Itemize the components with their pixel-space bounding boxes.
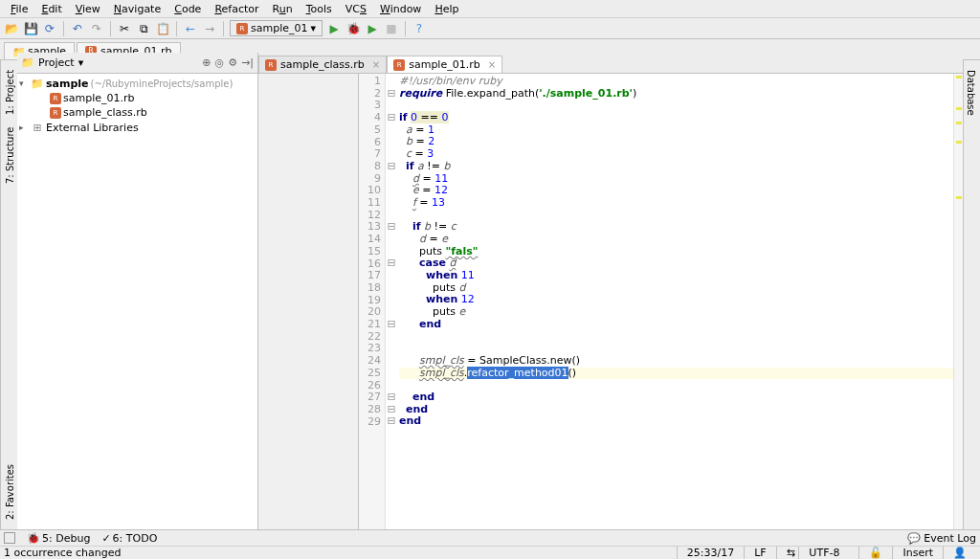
- warning-marker[interactable]: [956, 122, 962, 124]
- error-stripe[interactable]: [953, 74, 963, 529]
- save-icon[interactable]: 💾: [23, 21, 38, 36]
- warning-marker[interactable]: [956, 76, 962, 78]
- help-icon[interactable]: ?: [412, 21, 427, 36]
- code-editor[interactable]: #!/usr/bin/env rubyrequire File.expand_p…: [397, 74, 953, 529]
- tree-file-label: sample_01.rb: [63, 92, 135, 104]
- collapse-icon[interactable]: ⊕: [202, 56, 211, 69]
- fold-gutter[interactable]: ⊟⊟⊟⊟⊟⊟⊟⊟⊟: [386, 74, 397, 529]
- tool-event-log[interactable]: 💬 Event Log: [907, 532, 976, 545]
- separator: [110, 21, 111, 36]
- warning-marker[interactable]: [956, 107, 962, 110]
- coverage-icon[interactable]: ▶: [365, 21, 380, 36]
- tree-toggle-icon[interactable]: ▾: [19, 78, 29, 88]
- forward-icon[interactable]: →: [202, 21, 217, 36]
- warning-marker[interactable]: [956, 141, 962, 144]
- separator: [405, 21, 406, 36]
- editor-tab-sample-class[interactable]: R sample_class.rb ×: [258, 56, 387, 73]
- tree-ext-lib-label: External Libraries: [46, 122, 139, 134]
- menu-help[interactable]: Help: [428, 1, 465, 17]
- ruby-icon: R: [50, 93, 61, 104]
- project-header-label: Project: [38, 56, 75, 69]
- close-icon[interactable]: ×: [484, 59, 496, 70]
- undo-icon[interactable]: ↶: [70, 21, 85, 36]
- tree-toggle-icon[interactable]: ▸: [19, 123, 29, 132]
- project-tree: ▾ 📁 sample (~/RubymineProjects/sample) R…: [17, 74, 257, 137]
- tool-database[interactable]: Database: [964, 64, 980, 122]
- ruby-icon: R: [50, 107, 61, 119]
- line-gutter[interactable]: 1234567891011121314151617181920212223242…: [359, 74, 386, 529]
- right-tool-strip: Database: [963, 60, 980, 529]
- redo-icon[interactable]: ↷: [89, 21, 104, 36]
- hide-icon[interactable]: →|: [241, 56, 254, 69]
- chevron-down-icon: ▾: [311, 22, 317, 34]
- status-hector-icon[interactable]: 👤: [943, 547, 976, 559]
- bottom-tool-bar: 🐞 5: Debug ✓ 6: TODO 💬 Event Log: [0, 529, 980, 546]
- menu-view[interactable]: View: [69, 1, 107, 17]
- separator: [176, 21, 177, 36]
- editor-tabs: R sample_class.rb × R sample_01.rb ×: [258, 53, 963, 74]
- run-config-selector[interactable]: R sample_01 ▾: [230, 20, 323, 36]
- editor-inactive-pane: [258, 74, 359, 529]
- menu-vcs[interactable]: VCS: [339, 1, 373, 17]
- tree-root-name: sample: [46, 78, 89, 90]
- tree-file[interactable]: R sample_01.rb: [19, 91, 256, 105]
- left-tool-strip: 2: Favorites 7: Structure 1: Project: [0, 60, 17, 529]
- sync-icon[interactable]: ⟳: [42, 21, 57, 36]
- run-icon[interactable]: ▶: [326, 21, 342, 36]
- tree-root-path: (~/RubymineProjects/sample): [91, 78, 234, 89]
- debug-icon[interactable]: 🐞: [345, 21, 361, 36]
- editor-tab-sample-01[interactable]: R sample_01.rb ×: [387, 56, 502, 73]
- back-icon[interactable]: ←: [183, 21, 198, 36]
- menu-navigate[interactable]: Navigate: [107, 1, 167, 17]
- open-icon[interactable]: 📂: [4, 21, 19, 36]
- library-icon: ⊞: [31, 121, 44, 134]
- status-message: 1 occurrence changed: [4, 547, 121, 559]
- ruby-icon: R: [236, 23, 248, 34]
- project-header: 📁 Project ▾ ⊕ ◎ ⚙ →|: [17, 53, 257, 74]
- target-icon[interactable]: ◎: [215, 56, 225, 69]
- menu-edit[interactable]: Edit: [34, 1, 68, 17]
- ruby-icon: R: [265, 59, 277, 71]
- menu-file[interactable]: File: [4, 1, 34, 17]
- tree-file[interactable]: R sample_class.rb: [19, 105, 256, 120]
- chevron-down-icon[interactable]: ▾: [78, 56, 84, 69]
- menu-window[interactable]: Window: [373, 1, 428, 17]
- tree-file-label: sample_class.rb: [63, 106, 147, 119]
- editor-tab-label: sample_01.rb: [409, 58, 480, 71]
- copy-icon[interactable]: ⧉: [136, 21, 151, 36]
- stop-icon[interactable]: ■: [384, 21, 399, 36]
- menu-code[interactable]: Code: [167, 1, 208, 17]
- toolbar: 📂 💾 ⟳ ↶ ↷ ✂ ⧉ 📋 ← → R sample_01 ▾ ▶ 🐞 ▶ …: [0, 18, 980, 39]
- tool-project[interactable]: 1: Project: [1, 64, 17, 121]
- editor-tab-label: sample_class.rb: [280, 58, 365, 71]
- tool-structure[interactable]: 7: Structure: [1, 121, 17, 189]
- menubar: File Edit View Navigate Code Refactor Ru…: [0, 0, 980, 18]
- status-encoding[interactable]: ⇆ UTF-8: [776, 547, 859, 559]
- gear-icon[interactable]: ⚙: [228, 56, 237, 69]
- close-icon[interactable]: ×: [368, 59, 380, 70]
- folder-icon: 📁: [21, 56, 34, 69]
- cut-icon[interactable]: ✂: [117, 21, 132, 36]
- status-readonly-icon[interactable]: 🔓: [858, 547, 892, 559]
- tool-todo[interactable]: ✓ 6: TODO: [101, 532, 157, 545]
- status-line-sep[interactable]: LF: [744, 547, 775, 559]
- hide-tools-icon[interactable]: [4, 532, 15, 545]
- ruby-icon: R: [393, 59, 405, 71]
- warning-marker[interactable]: [956, 196, 962, 199]
- project-panel: 📁 Project ▾ ⊕ ◎ ⚙ →| ▾ 📁 sample (~/Rubym…: [17, 53, 258, 529]
- editor-area: 1234567891011121314151617181920212223242…: [258, 74, 963, 529]
- menu-tools[interactable]: Tools: [300, 1, 339, 17]
- tool-debug[interactable]: 🐞 5: Debug: [27, 532, 90, 545]
- menu-run[interactable]: Run: [266, 1, 300, 17]
- tool-favorites[interactable]: 2: Favorites: [1, 458, 17, 525]
- folder-icon: 📁: [31, 77, 44, 90]
- paste-icon[interactable]: 📋: [155, 21, 170, 36]
- status-bar: 1 occurrence changed 25:33/17 LF ⇆ UTF-8…: [0, 546, 980, 559]
- status-insert[interactable]: Insert: [892, 547, 943, 559]
- separator: [223, 21, 224, 36]
- tree-root[interactable]: ▾ 📁 sample (~/RubymineProjects/sample): [19, 76, 256, 91]
- status-position[interactable]: 25:33/17: [677, 547, 744, 559]
- tree-external-libs[interactable]: ▸ ⊞ External Libraries: [19, 120, 256, 135]
- run-config-label: sample_01: [251, 22, 308, 34]
- menu-refactor[interactable]: Refactor: [208, 1, 265, 17]
